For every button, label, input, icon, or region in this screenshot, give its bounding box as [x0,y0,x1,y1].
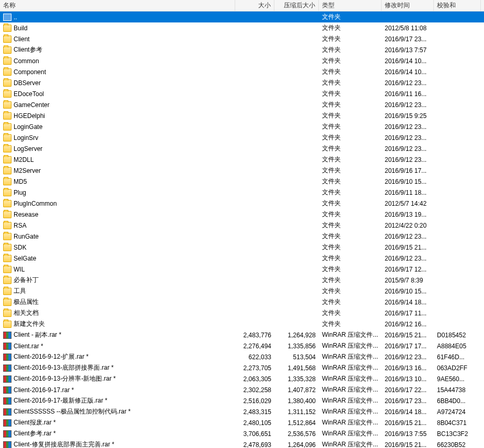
column-header-modified[interactable]: 修改时间 [382,0,434,11]
table-row[interactable]: GameCenter文件夹2016/9/12 23... [0,99,484,110]
file-name-cell[interactable]: GameCenter [0,100,235,110]
table-row[interactable]: SDK文件夹2016/9/15 21... [0,242,484,253]
file-type-cell: 文件夹 [319,121,382,132]
file-checksum-cell [434,49,481,51]
table-row[interactable]: Client报废.rar *2,480,1051,512,864WinRAR 压… [0,417,484,428]
column-header-checksum[interactable]: 校验和 [434,0,481,11]
file-name-cell[interactable]: WIL [0,265,235,274]
table-row[interactable]: 相关文档文件夹2016/9/17 11... [0,308,484,319]
file-name-cell[interactable]: M2DLL [0,155,235,164]
file-type-cell: 文件夹 [319,143,382,154]
table-row[interactable]: PlugInCommon文件夹2012/5/7 14:42 [0,198,484,209]
file-name-cell[interactable]: LogServer [0,144,235,154]
file-name-cell[interactable]: Resease [0,210,235,219]
table-row[interactable]: RSA文件夹2012/4/22 0:20 [0,220,484,231]
table-row[interactable]: Client-2016-9-17-最新修正版.rar *2,516,0291,3… [0,395,484,406]
file-modified-cell: 2016/9/17 11... [382,309,434,318]
file-name-cell[interactable]: Client报废.rar * [0,417,235,428]
table-row[interactable]: EDoceTool文件夹2016/9/11 16... [0,88,484,99]
file-name-cell[interactable]: Client-2016-9-17-最新修正版.rar * [0,395,235,406]
column-header-name[interactable]: 名称 [0,0,235,11]
file-name-cell[interactable]: HGEDelphi [0,111,235,121]
table-row[interactable]: 极品属性文件夹2016/9/14 18... [0,297,484,308]
table-row[interactable]: ..文件夹 [0,11,484,22]
file-name-cell[interactable]: Build [0,23,235,33]
file-checksum-cell: D0185452 [434,331,481,340]
table-row[interactable]: 工具文件夹2016/9/10 15... [0,286,484,297]
table-row[interactable]: ClientSSSSSS --极品属性加控制代码.rar *2,483,3151… [0,406,484,417]
table-row[interactable]: Common文件夹2016/9/14 10... [0,55,484,66]
column-header-compressed[interactable]: 压缩后大小 [274,0,319,11]
file-name-cell[interactable]: Client参考.rar * [0,428,235,439]
table-row[interactable]: LogServer文件夹2016/9/12 23... [0,143,484,154]
table-row[interactable]: LoginGate文件夹2016/9/12 23... [0,121,484,132]
file-compressed-cell [274,16,319,18]
file-size-cell [235,301,274,303]
table-row[interactable]: Resease文件夹2016/9/13 19... [0,209,484,220]
file-compressed-cell [274,279,319,281]
file-name-cell[interactable]: Plug [0,188,235,197]
table-row[interactable]: M2Server文件夹2016/9/16 17... [0,165,484,176]
table-row[interactable]: RunGate文件夹2016/9/12 23... [0,231,484,242]
table-row[interactable]: Component文件夹2016/9/14 10... [0,66,484,77]
file-name-cell[interactable]: PlugInCommon [0,199,235,208]
table-row[interactable]: Client文件夹2016/9/17 23... [0,33,484,44]
file-name-cell[interactable]: Client-修复拼接底部界面主完善.rar * [0,439,235,448]
file-name-cell[interactable]: SDK [0,243,235,252]
table-row[interactable]: DBServer文件夹2016/9/12 23... [0,77,484,88]
table-row[interactable]: Client-修复拼接底部界面主完善.rar *2,478,6931,264,0… [0,439,484,448]
file-name-cell[interactable]: 新建文件夹 [0,319,235,329]
file-name-cell[interactable]: M2Server [0,166,235,175]
table-row[interactable]: 必备补丁文件夹2015/9/7 8:39 [0,275,484,286]
file-size-cell [235,279,274,281]
file-name-cell[interactable]: RunGate [0,232,235,241]
file-name-cell[interactable]: Common [0,56,235,66]
table-row[interactable]: Client-2016-9-12-扩展.rar *622,033513,504W… [0,351,484,362]
file-name-cell[interactable]: Client-2016-9-12-扩展.rar * [0,351,235,362]
table-row[interactable]: Client-2016-9-13-分辨率-新地图.rar *2,063,3051… [0,373,484,384]
file-name-cell[interactable]: SelGate [0,254,235,263]
table-row[interactable]: M2DLL文件夹2016/9/12 23... [0,154,484,165]
column-header-type[interactable]: 类型 [319,0,382,11]
file-name-cell[interactable]: 相关文档 [0,308,235,319]
file-name-cell[interactable]: Client参考 [0,44,235,55]
file-name-cell[interactable]: Client [0,34,235,44]
file-name-cell[interactable]: DBServer [0,78,235,88]
table-row[interactable]: Build文件夹2012/5/8 11:08 [0,22,484,33]
file-name-cell[interactable]: Client-2016-9-17.rar * [0,385,235,395]
file-checksum-cell [434,93,481,95]
file-name-cell[interactable]: Client-2016-9-13-分辨率-新地图.rar * [0,373,235,384]
file-name-cell[interactable]: Client.rar * [0,341,235,351]
file-name-cell[interactable]: Component [0,67,235,77]
file-name-cell[interactable]: 极品属性 [0,297,235,308]
file-name-cell[interactable]: Client-2016-9-13-底部拼接界面.rar * [0,362,235,373]
file-name-cell[interactable]: MD5 [0,177,235,186]
file-name-cell[interactable]: 工具 [0,286,235,297]
table-row[interactable]: SelGate文件夹2016/9/12 23... [0,253,484,264]
table-row[interactable]: Client - 副本.rar *2,483,7761,264,928WinRA… [0,329,484,340]
file-name-cell[interactable]: 必备补丁 [0,275,235,286]
table-row[interactable]: Client参考.rar *3,706,6512,536,576WinRAR 压… [0,428,484,439]
table-row[interactable]: HGEDelphi文件夹2016/9/15 9:25 [0,110,484,121]
file-name-cell[interactable]: LoginGate [0,122,235,132]
file-type-cell: WinRAR 压缩文件... [319,384,382,395]
file-name-cell[interactable]: ClientSSSSSS --极品属性加控制代码.rar * [0,406,235,417]
table-row[interactable]: Client.rar *2,276,4941,335,856WinRAR 压缩文… [0,340,484,351]
file-type-cell: WinRAR 压缩文件... [319,362,382,373]
file-name-cell[interactable]: Client - 副本.rar * [0,329,235,340]
table-row[interactable]: Client-2016-9-17.rar *2,302,2581,407,872… [0,384,484,395]
file-name-cell[interactable]: .. [0,13,235,22]
table-row[interactable]: Client参考文件夹2016/9/13 7:57 [0,44,484,55]
table-row[interactable]: MD5文件夹2016/9/10 15... [0,176,484,187]
column-header-size[interactable]: 大小 [235,0,274,11]
table-row[interactable]: LoginSrv文件夹2016/9/12 23... [0,132,484,143]
file-name-label: GameCenter [14,101,50,109]
table-row[interactable]: 新建文件夹文件夹2016/9/12 16... [0,319,484,329]
file-name-cell[interactable]: EDoceTool [0,89,235,99]
table-row[interactable]: Client-2016-9-13-底部拼接界面.rar *2,273,7051,… [0,362,484,373]
file-name-cell[interactable]: LoginSrv [0,133,235,143]
file-checksum-cell: A9724724 [434,407,481,417]
table-row[interactable]: Plug文件夹2016/9/11 18... [0,187,484,198]
file-name-cell[interactable]: RSA [0,221,235,230]
table-row[interactable]: WIL文件夹2016/9/17 12... [0,264,484,275]
